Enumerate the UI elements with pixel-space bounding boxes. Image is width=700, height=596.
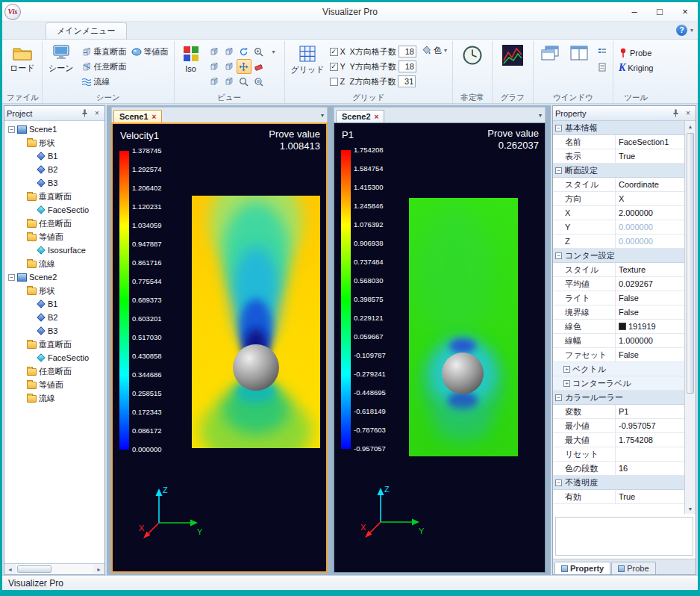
view-spare-button[interactable] [266,59,281,74]
tree-item[interactable]: −Scene1 [4,122,104,136]
view-front-button[interactable] [207,44,222,59]
view-options-button[interactable]: ▾ [266,44,281,59]
property-value[interactable]: False [616,291,684,305]
property-value[interactable]: 191919 [616,320,684,333]
property-group-header[interactable]: −コンター設定 [553,249,684,263]
tree-expander-icon[interactable]: − [8,274,15,281]
tree-item[interactable]: B3 [4,176,104,190]
property-group-header[interactable]: −断面設定 [553,164,684,178]
view-spare2-button[interactable] [266,74,281,89]
expand-icon[interactable]: + [563,380,570,387]
grid-count-input[interactable]: 31 [398,75,416,87]
collapse-icon[interactable]: − [555,394,562,401]
property-value[interactable]: 16 [616,462,684,475]
tree-item[interactable]: −Scene2 [4,270,104,284]
close-icon[interactable]: × [152,113,157,121]
close-icon[interactable]: × [375,113,379,121]
scrollbar-thumb[interactable] [687,133,694,394]
tree-item[interactable]: 垂直断面 [4,190,104,203]
property-group-header[interactable]: −不透明度 [553,476,684,490]
tree-item[interactable]: 形状 [4,136,104,149]
grid-button[interactable]: グリッド [288,43,328,76]
collapse-icon[interactable]: − [555,167,562,174]
scroll-down-icon[interactable]: ▼ [685,503,696,514]
graph-button[interactable] [499,43,526,66]
property-value[interactable]: 1.000000 [616,334,684,347]
view-back-button[interactable] [222,44,237,59]
caret-down-icon[interactable]: ▾ [321,112,324,119]
grid-count-input[interactable]: 18 [399,46,416,58]
scene-button[interactable]: シーン [46,43,77,75]
vertical-section-button[interactable]: 垂直断面 [79,44,129,59]
horizontal-scrollbar[interactable]: ◄ ► [4,563,104,574]
view-bottom-button[interactable] [222,74,237,89]
caret-down-icon[interactable]: ▾ [690,27,693,34]
collapse-icon[interactable]: − [555,125,562,131]
tree-item[interactable]: 等値面 [4,378,104,391]
scrollbar-thumb[interactable] [17,565,51,573]
window-tile-button[interactable] [566,43,593,63]
property-value[interactable]: FaceSection1 [616,135,684,149]
property-value[interactable]: 0.000000 [616,220,684,234]
scroll-up-icon[interactable]: ▲ [685,121,696,131]
tree-item[interactable]: FaceSectio [4,203,104,217]
window-report-button[interactable] [595,60,610,75]
panel-tab-property[interactable]: Property [554,562,610,574]
fit-view-button[interactable] [251,74,266,89]
probe-button[interactable]: Probe [616,46,656,60]
help-button[interactable]: ? [676,25,687,36]
grid-color-button[interactable]: 色 ▾ [419,43,449,58]
property-value[interactable]: 2.000000 [616,206,684,220]
tree-item[interactable]: B1 [4,149,104,163]
scene2-tab[interactable]: Scene2 × [336,110,384,122]
panel-close-button[interactable]: × [92,108,102,119]
property-value[interactable] [616,447,684,461]
scrollbar-track[interactable] [16,564,93,574]
rotate-view-button[interactable] [237,44,251,59]
property-value[interactable]: True [616,490,684,503]
pin-icon[interactable] [79,108,90,119]
window-list-button[interactable] [595,44,610,59]
property-group-header[interactable]: −基本情報 [553,121,684,135]
zoom-window-button[interactable] [237,74,251,89]
tree-item[interactable]: 流線 [4,257,104,270]
arbitrary-section-button[interactable]: 任意断面 [79,59,129,74]
collapse-icon[interactable]: − [555,252,562,259]
property-value[interactable]: -0.957057 [616,419,684,432]
vertical-scrollbar[interactable]: ▲ ▼ [684,121,696,514]
window-cascade-button[interactable] [537,43,563,63]
expand-icon[interactable]: + [563,366,570,373]
zoom-in-button[interactable] [251,44,266,59]
scroll-left-icon[interactable]: ◄ [4,564,16,574]
grid-count-input[interactable]: 18 [399,60,416,72]
grid-axis-x-checkbox[interactable]: ✓ [330,48,338,56]
pin-icon[interactable] [670,108,681,119]
property-value[interactable]: X [616,192,684,205]
property-value[interactable]: True [616,149,684,163]
scene1-tab[interactable]: Scene1 × [113,110,162,122]
property-value[interactable]: False [616,348,684,361]
scene1-viewport[interactable]: Velocity1 Prove value 1.008413 1.3787451… [111,122,328,573]
unsteady-button[interactable] [459,43,486,66]
property-value[interactable]: 0.029267 [616,277,684,291]
scrollbar-track[interactable] [685,131,696,503]
view-right-button[interactable] [222,59,237,74]
close-button[interactable]: × [672,3,698,21]
property-value[interactable]: Texture [616,263,684,276]
tree-item[interactable]: 任意断面 [4,364,104,378]
panel-tab-probe[interactable]: Probe [611,562,655,574]
property-value[interactable]: Coordinate [616,178,684,191]
property-value[interactable]: False [616,305,684,319]
maximize-button[interactable]: □ [647,3,672,21]
grid-axis-z-checkbox[interactable] [330,78,338,86]
kriging-button[interactable]: K Kriging [616,60,656,75]
tree-item[interactable]: 流線 [4,391,104,405]
property-value[interactable]: 1.754208 [616,433,684,447]
tree-item[interactable]: B2 [4,311,104,324]
tree-expander-icon[interactable]: − [8,126,15,133]
scene2-viewport[interactable]: P1 Prove value 0.262037 1.7542081.584754… [334,122,546,573]
load-button[interactable]: ロード [7,43,38,75]
tree-item[interactable]: FaceSectio [4,351,104,364]
pan-move-button[interactable] [237,59,251,74]
streamline-button[interactable]: 流線 [79,74,129,89]
